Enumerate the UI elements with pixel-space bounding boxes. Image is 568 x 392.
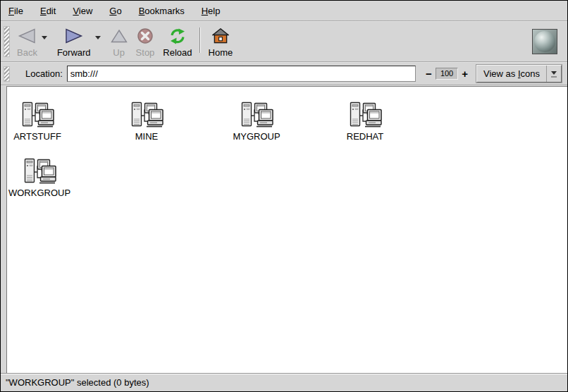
location-label: Location:: [25, 68, 63, 79]
file-manager-window: File Edit View Go Bookmarks Help Back Fo…: [0, 0, 568, 392]
forward-icon: [65, 25, 83, 47]
stop-icon: [137, 25, 154, 47]
location-input[interactable]: [67, 66, 416, 82]
workgroup-item-mygroup[interactable]: MYGROUP: [214, 101, 299, 142]
workgroup-item-artstuff[interactable]: ARTSTUFF: [0, 101, 80, 142]
location-bar: Location: − 100 + View as Icons: [1, 63, 567, 85]
back-history-dropdown-icon[interactable]: [42, 36, 47, 39]
throbber-sphere-icon: [534, 31, 555, 52]
network-servers-icon: [240, 101, 273, 129]
location-bar-drag-handle[interactable]: [4, 66, 10, 82]
icon-label: ARTSTUFF: [13, 131, 61, 142]
network-servers-icon: [130, 101, 163, 129]
network-servers-icon: [20, 101, 54, 129]
workgroup-item-workgroup[interactable]: WORKGROUP: [0, 157, 82, 198]
icon-view[interactable]: ARTSTUFF MINE MYGROUP REDHAT WORKGROUP: [1, 86, 567, 373]
zoom-in-button[interactable]: +: [462, 68, 468, 79]
throbber: [532, 29, 557, 54]
menu-file[interactable]: File: [8, 4, 24, 18]
icon-label: MYGROUP: [233, 131, 280, 142]
menu-view[interactable]: View: [72, 4, 93, 18]
stop-button[interactable]: Stop: [132, 23, 159, 60]
menu-edit[interactable]: Edit: [39, 4, 56, 18]
toolbar: Back Forward Up: [1, 22, 567, 61]
network-servers-icon: [348, 101, 382, 129]
up-icon: [111, 25, 128, 47]
dropdown-indicator-icon: [547, 71, 561, 78]
workgroup-item-redhat[interactable]: REDHAT: [323, 101, 407, 142]
icon-label: MINE: [135, 131, 159, 142]
menu-help[interactable]: Help: [201, 4, 221, 18]
icon-label: WORKGROUP: [8, 188, 70, 198]
reload-button[interactable]: Reload: [159, 23, 196, 60]
status-bar: "WORKGROUP" selected (0 bytes): [1, 373, 567, 391]
icon-view-canvas[interactable]: ARTSTUFF MINE MYGROUP REDHAT WORKGROUP: [6, 86, 567, 373]
menu-go[interactable]: Go: [109, 4, 122, 18]
network-servers-icon: [23, 157, 56, 185]
menubar: File Edit View Go Bookmarks Help: [1, 1, 567, 20]
back-icon: [18, 25, 36, 47]
back-button[interactable]: Back: [13, 23, 42, 59]
zoom-out-button[interactable]: −: [426, 68, 432, 79]
zoom-controls: − 100 +: [426, 68, 468, 80]
menu-bookmarks[interactable]: Bookmarks: [138, 4, 185, 18]
reload-icon: [169, 25, 186, 47]
zoom-level-indicator[interactable]: 100: [436, 68, 458, 80]
workgroup-item-mine[interactable]: MINE: [104, 101, 189, 142]
home-icon: [212, 25, 229, 47]
icon-label: REDHAT: [347, 131, 383, 142]
up-button[interactable]: Up: [106, 23, 132, 60]
forward-history-dropdown-icon[interactable]: [95, 36, 101, 39]
home-button[interactable]: Home: [204, 23, 237, 60]
forward-button[interactable]: Forward: [53, 23, 95, 59]
toolbar-separator: [199, 27, 201, 53]
view-as-dropdown[interactable]: View as Icons: [476, 65, 562, 82]
status-text: "WORKGROUP" selected (0 bytes): [6, 377, 149, 388]
toolbar-drag-handle[interactable]: [4, 26, 10, 57]
